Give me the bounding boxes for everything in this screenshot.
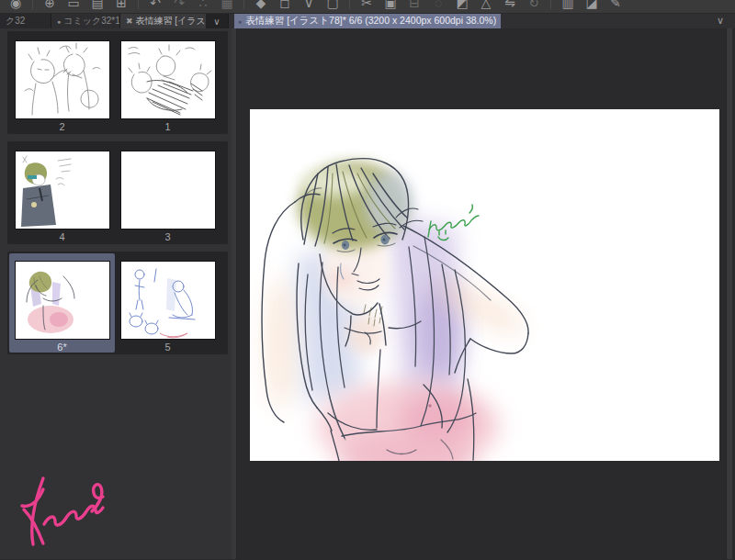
page-row: 6*: [7, 252, 228, 354]
tab-comic32-partial[interactable]: ク32: [0, 14, 51, 28]
tab-label: 表情練習 [イラスト78]: [136, 15, 206, 28]
clear-icon[interactable]: ∴: [191, 0, 215, 14]
page-thumbnail-4: [15, 151, 110, 230]
document-title[interactable]: ● 表情練習 [イラスト78]* 6/6 (3200 x 2400px 600d…: [234, 14, 501, 28]
export-quality-icon[interactable]: ◪: [580, 0, 604, 14]
page-number: 4: [59, 231, 64, 242]
new-canvas-icon[interactable]: ⊕: [38, 0, 62, 14]
toolbar-separator: [243, 0, 244, 9]
document-title-bar: ● 表情練習 [イラスト78]* 6/6 (3200 x 2400px 600d…: [228, 14, 735, 28]
tab-row: ク32 ● コミック32*1/5 ✖ 表情練習 [イラスト78] ∨ ● 表情練…: [0, 14, 735, 28]
page-row: 4 3: [7, 141, 228, 244]
tab-label: コミック32*1/5: [63, 15, 119, 28]
undo-icon[interactable]: ↶: [143, 0, 167, 14]
page-thumbnail-6: [15, 261, 110, 340]
page-manager-panel: 2: [0, 28, 232, 559]
selection-border-icon[interactable]: △: [474, 0, 498, 14]
page-number: 6*: [57, 342, 66, 353]
command-bar-icons: ◉ ⊕ ▭ ▤ ⊞ ↶ ↷ ∴ ▦ ◆ ◻ ∨ ▢ ✂ ▣ ⊟ ◌ ◩ △ ⇋ …: [0, 0, 735, 14]
document-chevron-down-icon[interactable]: ∨: [717, 15, 724, 27]
snap-grid-icon[interactable]: ▦: [215, 0, 239, 14]
close-icon[interactable]: ✖: [126, 17, 133, 26]
paste-icon[interactable]: ⊟: [402, 0, 426, 14]
page-thumbnail-5: [120, 261, 216, 340]
canvas-scrollbar[interactable]: [726, 28, 732, 559]
pen-settings-icon[interactable]: ✎: [604, 0, 628, 14]
canvas-artwork: [250, 109, 719, 461]
deselect-icon[interactable]: ◌: [426, 0, 450, 14]
cut-icon[interactable]: ✂: [355, 0, 379, 14]
redo-icon[interactable]: ↷: [167, 0, 191, 14]
thumbnail-art-sketch-trio: [121, 41, 217, 120]
document-dot-icon: ●: [238, 18, 242, 25]
select-marquee-icon[interactable]: ◻: [273, 0, 297, 14]
document-title-text: 表情練習 [イラスト78]* 6/6 (3200 x 2400px 600dpi…: [245, 15, 496, 28]
thumbnail-art-suit-character: [16, 151, 111, 230]
select-chevron-icon[interactable]: ∨: [297, 0, 321, 14]
page-cell-1[interactable]: 1: [115, 33, 220, 132]
toolbar-separator: [138, 0, 139, 9]
chevron-down-icon: ∨: [213, 17, 220, 27]
save-file-icon[interactable]: ▤: [85, 0, 109, 14]
canvas-viewport: [237, 28, 735, 559]
page-number: 3: [164, 231, 170, 242]
modified-dot-icon: ●: [57, 18, 61, 25]
artist-signature-watermark: [13, 467, 114, 559]
tab-list-chevron[interactable]: ∨: [206, 14, 228, 28]
command-bar: ◉ ⊕ ▭ ▤ ⊞ ↶ ↷ ∴ ▦ ◆ ◻ ∨ ▢ ✂ ▣ ⊟ ◌ ◩ △ ⇋ …: [0, 0, 735, 14]
select-lasso-icon[interactable]: ▢: [321, 0, 345, 14]
display-settings-icon[interactable]: ▥: [556, 0, 580, 14]
copy-icon[interactable]: ▣: [379, 0, 402, 14]
thumbnail-art-sketch-duo: [16, 41, 111, 120]
flip-horizontal-icon[interactable]: ⇋: [498, 0, 522, 14]
page-row: 2: [7, 31, 228, 134]
touch-gesture-icon[interactable]: ⊞: [109, 0, 133, 14]
open-file-icon[interactable]: ▭: [62, 0, 85, 14]
page-thumbnail-2: [15, 40, 110, 119]
tab-label: ク32: [6, 15, 25, 28]
ink-shape-icon[interactable]: ◆: [249, 0, 273, 14]
page-cell-5[interactable]: 5: [115, 253, 220, 353]
tab-comic32[interactable]: ● コミック32*1/5: [51, 14, 119, 28]
page-thumbnail-3: [120, 151, 216, 230]
thumbnail-art-towel-mini: [16, 262, 111, 341]
page-cell-2[interactable]: 2: [9, 33, 115, 132]
page-thumbnail-1: [120, 40, 216, 119]
page-cell-6-selected[interactable]: 6*: [9, 253, 115, 353]
toolbar-separator: [349, 0, 350, 9]
page-number: 5: [164, 342, 170, 353]
main-area: 2: [0, 28, 735, 559]
workspace-tabs: ク32 ● コミック32*1/5 ✖ 表情練習 [イラスト78] ∨: [0, 14, 228, 28]
tab-expression-practice[interactable]: ✖ 表情練習 [イラスト78]: [119, 14, 206, 28]
thumbnail-art-blue-sketch: [121, 262, 217, 341]
toolbar-separator: [32, 0, 33, 9]
page-cell-3[interactable]: 3: [115, 143, 220, 242]
page-number: 2: [59, 121, 64, 132]
drawing-canvas[interactable]: [250, 109, 719, 461]
rotate-reset-icon[interactable]: ↻: [522, 0, 546, 14]
toolbar-separator: [550, 0, 551, 9]
page-cell-4[interactable]: 4: [9, 143, 115, 242]
page-number: 1: [164, 121, 170, 132]
invert-selection-icon[interactable]: ◩: [450, 0, 474, 14]
app-logo-icon[interactable]: ◉: [4, 0, 28, 14]
